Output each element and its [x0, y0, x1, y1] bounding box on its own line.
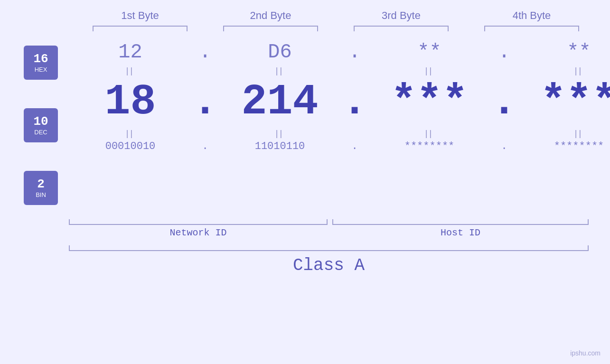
hex-val-2: D6 [268, 41, 291, 64]
byte-label-2: 2nd Byte [250, 9, 291, 22]
dec-dot-val-3: . [491, 78, 517, 126]
dec-cell-1: 18 [65, 78, 196, 126]
dec-badge-num: 10 [33, 115, 48, 129]
bin-dot-val-1: . [202, 140, 208, 152]
byte-label-4: 4th Byte [513, 9, 551, 22]
byte-label-1: 1st Byte [121, 9, 159, 22]
main-container: 1st Byte 2nd Byte 3rd Byte 4th Byte 16 H… [0, 0, 610, 364]
dec-val-1: 18 [104, 78, 156, 126]
bin-dot-val-2: . [351, 140, 357, 152]
class-label-row: Class A [69, 256, 589, 275]
bracket-network-id [69, 219, 328, 225]
bracket-host-id [332, 219, 589, 225]
hex-cell-2: D6 [215, 41, 345, 64]
bin-dot-2: . [345, 140, 364, 152]
bin-val-1: 00010010 [105, 140, 156, 152]
hex-badge: 16 HEX [24, 46, 58, 80]
bracket-top-4 [484, 26, 579, 31]
hex-badge-label: HEX [35, 66, 47, 73]
bin-val-2: 11010110 [255, 140, 305, 152]
hex-dot-val-2: . [348, 41, 360, 64]
hex-dot-val-3: . [498, 41, 510, 64]
hex-dot-1: . [196, 41, 215, 64]
class-label: Class A [293, 256, 365, 275]
bin-dot-1: . [196, 140, 215, 152]
eq2-cell-1: || [65, 129, 196, 139]
bin-badge-num: 2 [37, 177, 45, 191]
eq2-cell-4: || [514, 129, 610, 139]
bracket-top-3 [354, 26, 449, 31]
hex-badge-num: 16 [33, 52, 48, 66]
bin-cell-4: ******** [514, 140, 610, 152]
hex-cell-3: ** [364, 41, 495, 64]
dec-dot-2: . [345, 78, 364, 126]
eq-cell-4: || [514, 66, 610, 76]
bin-val-4: ******** [554, 140, 604, 152]
bin-cell-3: ******** [364, 140, 495, 152]
bracket-top-2 [223, 26, 318, 31]
hex-dot-2: . [345, 41, 364, 64]
hex-dot-3: . [495, 41, 514, 64]
host-id-label: Host ID [332, 227, 589, 238]
hex-cell-1: 12 [65, 41, 196, 64]
bin-badge: 2 BIN [24, 171, 58, 205]
dec-cell-3: *** [364, 78, 495, 126]
hex-row: 12 . D6 . ** . ** [65, 41, 610, 64]
dec-val-3: *** [391, 78, 468, 126]
bracket-class [69, 245, 589, 251]
id-labels-row: Network ID Host ID [69, 227, 589, 238]
bin-cell-1: 00010010 [65, 140, 196, 152]
bin-row: 00010010 . 11010110 . ******** . [65, 140, 610, 152]
bin-dot-val-3: . [501, 140, 507, 152]
dec-dot-1: . [196, 78, 215, 126]
base-badges: 16 HEX 10 DEC 2 BIN [24, 36, 58, 215]
equals-row-2: || || || || [65, 126, 610, 140]
dec-row: 18 . 214 . *** . *** [65, 78, 610, 126]
bracket-top-1 [93, 26, 188, 31]
bin-badge-label: BIN [36, 191, 46, 198]
dec-dot-val-2: . [342, 78, 367, 126]
eq2-cell-2: || [215, 129, 345, 139]
dec-dot-val-1: . [192, 78, 218, 126]
eq-cell-2: || [215, 66, 345, 76]
bottom-area: Network ID Host ID Class A [0, 219, 610, 275]
eq2-cell-3: || [364, 129, 495, 139]
hex-val-4: ** [567, 41, 591, 64]
dec-val-4: *** [540, 78, 610, 126]
network-id-label: Network ID [69, 227, 328, 238]
dec-dot-3: . [495, 78, 514, 126]
dec-badge-label: DEC [34, 129, 47, 136]
byte-label-3: 3rd Byte [382, 9, 421, 22]
byte-col-4: 4th Byte [467, 9, 597, 31]
dec-badge: 10 DEC [24, 108, 58, 142]
watermark: ipshu.com [570, 349, 601, 357]
eq-cell-1: || [65, 66, 196, 76]
brackets-row [69, 219, 589, 225]
dec-cell-4: *** [514, 78, 610, 126]
rows-area: 12 . D6 . ** . ** [65, 36, 610, 215]
byte-col-1: 1st Byte [75, 9, 206, 31]
big-bracket-row [69, 245, 589, 251]
bin-val-3: ******** [404, 140, 455, 152]
hex-cell-4: ** [514, 41, 610, 64]
equals-row-1: || || || || [65, 64, 610, 78]
bin-dot-3: . [495, 140, 514, 152]
dec-cell-2: 214 [215, 78, 345, 126]
bin-cell-2: 11010110 [215, 140, 345, 152]
dec-val-2: 214 [241, 78, 318, 126]
hex-val-1: 12 [118, 41, 142, 64]
hex-val-3: ** [417, 41, 441, 64]
main-grid: 16 HEX 10 DEC 2 BIN 12 . [0, 36, 610, 215]
hex-dot-val-1: . [199, 41, 211, 64]
byte-col-2: 2nd Byte [206, 9, 336, 31]
byte-headers: 1st Byte 2nd Byte 3rd Byte 4th Byte [0, 9, 610, 31]
eq-cell-3: || [364, 66, 495, 76]
byte-col-3: 3rd Byte [336, 9, 467, 31]
